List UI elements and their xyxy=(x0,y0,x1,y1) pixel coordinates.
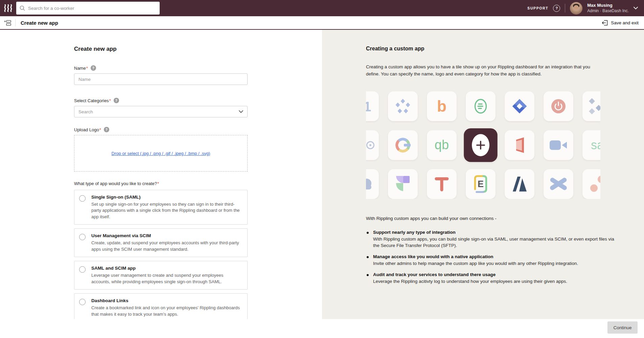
topbar-divider xyxy=(565,4,565,13)
app-tile: 1 xyxy=(366,91,379,121)
help-icon[interactable]: ? xyxy=(553,5,560,12)
app-tile xyxy=(388,130,418,160)
option-description: Leverage user management to create and s… xyxy=(91,272,242,285)
app-tile xyxy=(505,130,534,160)
exit-icon xyxy=(602,20,608,26)
gray-diamonds-icon xyxy=(587,97,600,116)
app-tile xyxy=(505,169,534,199)
name-help-icon[interactable]: ? xyxy=(91,65,96,71)
purple-green-leaf-icon xyxy=(395,176,410,193)
info-heading: Creating a custom app xyxy=(366,46,644,52)
power-button-icon xyxy=(551,98,566,114)
option-description: Create, update, and suspend your employe… xyxy=(91,240,242,252)
benefit-description: Leverage the Rippling acitivty log to un… xyxy=(373,278,567,285)
upload-logo-label: Upload Logo* ? xyxy=(74,127,248,132)
app-tile: ro xyxy=(366,130,379,160)
app-type-option[interactable]: SAML and SCIM appLeverage user managemen… xyxy=(74,261,248,290)
chevron-down-icon[interactable] xyxy=(634,7,638,9)
letter-b-icon: b xyxy=(437,97,446,115)
user-role: Admin · BaseDash Inc. xyxy=(587,8,629,14)
categories-help-icon[interactable]: ? xyxy=(114,98,119,103)
app-tile: sa xyxy=(582,130,600,160)
search-icon xyxy=(20,5,25,11)
page-header-bar: Create new app Save and exit xyxy=(0,16,644,30)
office-icon xyxy=(512,137,527,154)
required-marker: * xyxy=(157,181,159,186)
video-camera-icon xyxy=(549,139,568,151)
required-marker: * xyxy=(86,66,88,71)
coworker-search-box xyxy=(16,2,160,15)
custom-app-info-panel: Creating a custom app Creating a custom … xyxy=(322,30,644,319)
continue-button[interactable]: Continue xyxy=(607,321,638,334)
form-list-icon xyxy=(4,20,11,26)
app-type-option[interactable]: Single Sign-on (SAML)Set up single sign-… xyxy=(74,190,248,225)
radio-button[interactable] xyxy=(79,299,86,305)
info-intro: Creating a custom app allows you to have… xyxy=(366,64,605,78)
radio-button[interactable] xyxy=(79,234,86,240)
app-tile: E xyxy=(466,169,496,199)
app-tile xyxy=(388,91,418,121)
salmon-dots-icon xyxy=(590,174,600,194)
user-name: Max Musing xyxy=(587,3,629,8)
letter-e-frame-icon: E xyxy=(474,175,488,193)
save-and-exit-button[interactable]: Save and exit xyxy=(602,20,639,26)
categories-label: Select Categories* ? xyxy=(74,98,248,103)
app-tile xyxy=(427,169,457,199)
name-input[interactable] xyxy=(74,73,248,85)
categories-select[interactable] xyxy=(74,106,248,117)
connections-line: With Rippling custom apps you can build … xyxy=(366,216,610,221)
rippling-logo[interactable] xyxy=(3,4,14,13)
letter-t-icon xyxy=(434,176,450,192)
crossed-ribbons-icon xyxy=(550,177,567,191)
account-menu[interactable]: Max Musing Admin · BaseDash Inc. xyxy=(587,3,629,13)
app-logo-grid: 1broqbsaE xyxy=(366,91,600,199)
pentagon-diamonds-icon xyxy=(395,98,411,114)
upload-help-icon[interactable]: ? xyxy=(104,127,109,132)
app-tile xyxy=(388,169,418,199)
drop-or-select-link[interactable]: Drop or select (.jpg / .png / .gif / .jp… xyxy=(112,151,210,156)
numbered-tile-icon: 1 xyxy=(366,98,373,115)
google-g-icon xyxy=(395,138,410,153)
benefit-item: Audit and track your services to underst… xyxy=(366,272,616,285)
option-title: SAML and SCIM app xyxy=(91,266,242,271)
app-tile xyxy=(366,169,379,199)
bullet-dot xyxy=(367,256,369,258)
option-title: Single Sign-on (SAML) xyxy=(91,195,242,200)
app-type-option[interactable]: User Management via SCIMCreate, update, … xyxy=(74,228,248,257)
app-tile xyxy=(582,169,600,199)
header-divider xyxy=(15,19,16,26)
benefit-description: Invite other admins to help manage the c… xyxy=(373,260,578,267)
app-type-question: What type of app would you like to creat… xyxy=(74,181,248,186)
page-title: Create new app xyxy=(21,20,58,26)
app-tile xyxy=(466,91,496,121)
benefit-item: Support nearly any type of integrationWi… xyxy=(366,230,616,249)
app-tile xyxy=(544,169,573,199)
option-description: Set up single sign-on for your employees… xyxy=(91,201,242,220)
create-app-form-panel: Create new app Name* ? Select Categories… xyxy=(0,30,322,319)
required-marker: * xyxy=(99,127,101,132)
app-tile xyxy=(544,130,573,160)
option-title: User Management via SCIM xyxy=(91,233,242,238)
benefits-list: Support nearly any type of integrationWi… xyxy=(366,230,616,285)
sa-letters-icon: sa xyxy=(591,138,600,152)
search-input[interactable] xyxy=(28,6,156,11)
footer-bar: Continue xyxy=(0,319,644,337)
radio-button[interactable] xyxy=(79,266,86,273)
app-logo-row: 1b xyxy=(366,91,600,121)
support-link[interactable]: SUPPORT xyxy=(527,6,548,10)
radio-button[interactable] xyxy=(79,195,86,202)
bullet-dot xyxy=(367,232,369,234)
benefit-title: Support nearly any type of integration xyxy=(373,230,616,235)
app-tile xyxy=(544,91,573,121)
svg-text:E: E xyxy=(478,179,484,189)
logo-dropzone[interactable]: Drop or select (.jpg / .png / .gif / .jp… xyxy=(74,135,248,172)
app-tile: b xyxy=(427,91,457,121)
benefit-title: Audit and track your services to underst… xyxy=(373,272,567,277)
app-type-options: Single Sign-on (SAML)Set up single sign-… xyxy=(74,190,248,322)
app-type-option[interactable]: Dashboard LinksCreate a bookmarked link … xyxy=(74,293,248,322)
option-description: Create a bookmarked link and icon on you… xyxy=(91,305,242,317)
app-tile xyxy=(505,91,534,121)
benefit-title: Manage access like you would with a nati… xyxy=(373,254,578,259)
app-tile xyxy=(582,91,600,121)
avatar[interactable] xyxy=(570,2,582,15)
